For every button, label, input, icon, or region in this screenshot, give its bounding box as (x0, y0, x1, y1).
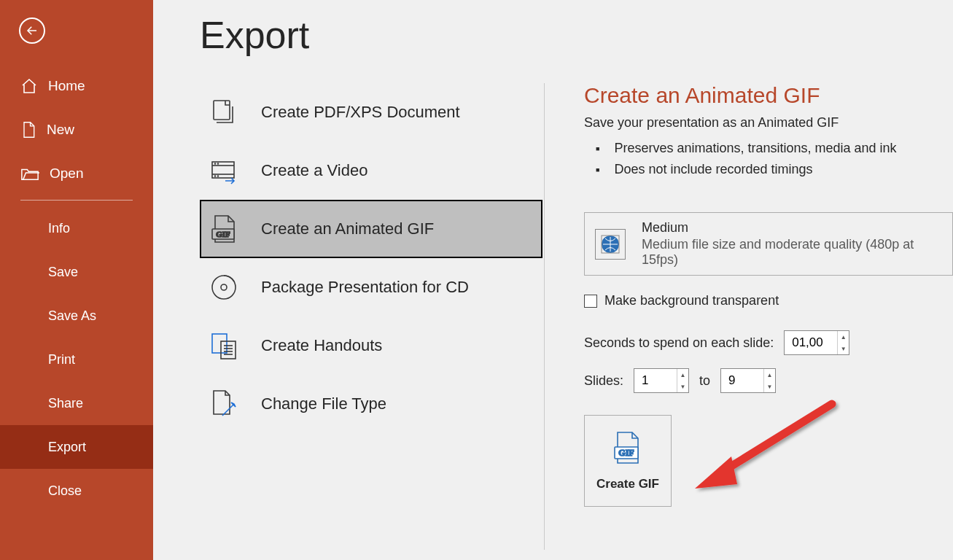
cd-icon (207, 271, 241, 304)
panel-subtitle: Save your presentation as an Animated GI… (584, 115, 953, 131)
export-item-label: Create Handouts (261, 336, 382, 355)
nav-label: Export (48, 440, 86, 455)
quality-label: Medium (642, 220, 942, 236)
slides-label: Slides: (584, 373, 623, 389)
columns: Create PDF/XPS Document Create a (200, 83, 953, 560)
checkbox-icon[interactable] (584, 295, 597, 308)
export-type-list: Create PDF/XPS Document Create a (200, 83, 542, 560)
export-video[interactable]: Create a Video (200, 141, 542, 200)
nav-home[interactable]: Home (0, 64, 153, 108)
nav-share[interactable]: Share (0, 381, 153, 425)
nav-label: Save (48, 265, 78, 280)
quality-text: Medium Medium file size and moderate qua… (642, 220, 942, 268)
nav-save[interactable]: Save (0, 250, 153, 294)
bullet-item: Preserves animations, transitions, media… (596, 138, 953, 159)
nav-save-as[interactable]: Save As (0, 294, 153, 338)
nav-export[interactable]: Export (0, 425, 153, 469)
handouts-icon (207, 329, 241, 362)
export-item-label: Package Presentation for CD (261, 278, 469, 297)
export-item-label: Change File Type (261, 394, 386, 413)
gif-file-icon: GIF (612, 431, 644, 468)
export-item-label: Create PDF/XPS Document (261, 103, 460, 122)
gif-file-icon: GIF (207, 212, 241, 246)
seconds-per-slide-row: Seconds to spend on each slide: ▲ ▼ (584, 330, 953, 355)
svg-rect-13 (212, 334, 227, 353)
export-item-label: Create a Video (261, 161, 367, 180)
slides-to-input[interactable] (721, 369, 763, 392)
back-button[interactable] (19, 18, 45, 44)
nav-label: Share (48, 396, 83, 411)
slides-from-input[interactable] (634, 369, 677, 392)
slides-range-row: Slides: ▲ ▼ to ▲ ▼ (584, 368, 953, 393)
seconds-label: Seconds to spend on each slide: (584, 335, 774, 351)
svg-text:GIF: GIF (618, 448, 634, 458)
export-item-label: Create an Animated GIF (261, 219, 434, 238)
pdf-document-icon (207, 96, 241, 129)
export-package-cd[interactable]: Package Presentation for CD (200, 258, 542, 316)
create-gif-button[interactable]: GIF Create GIF (584, 415, 672, 507)
folder-open-icon (20, 166, 39, 182)
svg-marker-24 (695, 456, 737, 489)
checkbox-label: Make background transparent (604, 293, 779, 308)
nav-label: Save As (48, 308, 96, 324)
feature-bullets: Preserves animations, transitions, media… (584, 138, 953, 180)
svg-rect-1 (214, 101, 230, 120)
nav-label: Close (48, 483, 82, 499)
spinner-down-icon[interactable]: ▼ (677, 381, 688, 392)
svg-point-8 (218, 176, 219, 176)
page-title: Export (200, 13, 953, 57)
backstage-sidebar: Home New Open Info Save Save As Print Sh… (0, 0, 153, 560)
svg-point-5 (215, 163, 216, 164)
quality-description: Medium file size and moderate quality (4… (642, 237, 942, 268)
svg-point-6 (218, 163, 219, 164)
nav-new[interactable]: New (0, 108, 153, 152)
nav-info[interactable]: Info (0, 206, 153, 250)
svg-point-7 (215, 176, 216, 176)
annotation-arrow-icon (686, 397, 847, 499)
svg-rect-14 (221, 341, 236, 359)
nav-print[interactable]: Print (0, 338, 153, 381)
spinner-down-icon[interactable]: ▼ (764, 381, 775, 392)
create-gif-label: Create GIF (596, 477, 659, 491)
svg-point-12 (221, 284, 227, 290)
video-icon (207, 154, 241, 187)
spinner-up-icon[interactable]: ▲ (838, 331, 849, 343)
slides-to-label: to (699, 373, 710, 389)
bullet-item: Does not include recorded timings (596, 159, 953, 180)
export-change-file-type[interactable]: Change File Type (200, 375, 542, 433)
export-detail-panel: Create an Animated GIF Save your present… (584, 83, 953, 560)
export-handouts[interactable]: Create Handouts (200, 316, 542, 375)
nav-label: Open (50, 166, 83, 182)
back-arrow-icon (26, 24, 39, 37)
transparent-bg-checkbox-row[interactable]: Make background transparent (584, 293, 953, 308)
slides-to-spinner[interactable]: ▲ ▼ (720, 368, 776, 393)
nav-label: Print (48, 352, 75, 368)
change-file-type-icon (207, 387, 241, 421)
nav-label: Home (48, 78, 85, 94)
main-area: Export Create PDF/XPS Document (153, 0, 953, 560)
new-file-icon (20, 121, 36, 139)
export-animated-gif[interactable]: GIF Create an Animated GIF (200, 200, 542, 258)
slides-from-spinner[interactable]: ▲ ▼ (634, 368, 689, 393)
quality-dropdown[interactable]: Medium Medium file size and moderate qua… (584, 212, 953, 276)
nav-label: New (47, 122, 74, 138)
quality-icon (595, 229, 626, 260)
vertical-divider (544, 83, 545, 550)
seconds-spinner[interactable]: ▲ ▼ (784, 330, 849, 355)
spinner-up-icon[interactable]: ▲ (677, 369, 688, 381)
spinner-up-icon[interactable]: ▲ (764, 369, 775, 381)
spinner-down-icon[interactable]: ▼ (838, 343, 849, 354)
seconds-input[interactable] (785, 331, 837, 354)
home-icon (20, 77, 38, 95)
export-pdf-xps[interactable]: Create PDF/XPS Document (200, 83, 542, 141)
nav-label: Info (48, 221, 70, 236)
sidebar-divider (20, 200, 133, 201)
nav-close[interactable]: Close (0, 469, 153, 513)
svg-text:GIF: GIF (216, 230, 230, 238)
panel-title: Create an Animated GIF (584, 83, 953, 108)
nav-open[interactable]: Open (0, 152, 153, 195)
svg-line-23 (721, 404, 832, 472)
